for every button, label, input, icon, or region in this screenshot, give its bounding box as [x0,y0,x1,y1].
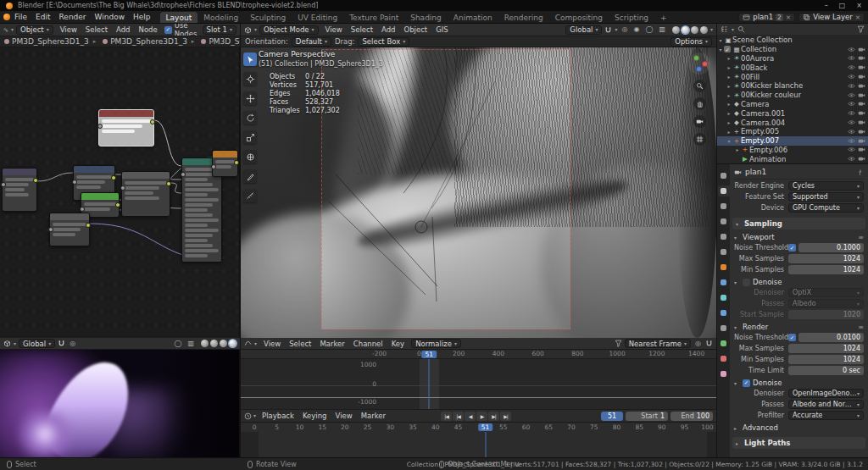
normalize-button[interactable]: Normalize▾ [411,339,461,348]
expand-arrow-icon[interactable]: ▸ [726,83,732,89]
outliner-row[interactable]: ▸ ✓ + Empty.005 [717,127,868,136]
disable-in-render-icon[interactable] [858,46,865,53]
graph-frame-ruler[interactable]: 51 -2000200400600800100012001400 [240,350,716,359]
preview-viewport-render[interactable] [0,350,240,457]
node-canvas[interactable] [0,47,240,338]
rendered-shading-icon[interactable] [229,340,236,347]
menu-item[interactable]: Marker [357,412,390,420]
expand-arrow-icon[interactable]: ▸ [726,101,732,107]
hide-in-viewport-icon[interactable] [848,64,855,71]
outliner-row[interactable]: ▸ ✓ + Empty.006 [717,146,868,155]
scene-selector[interactable]: plan1 2 × [738,13,795,22]
section-header-sampling[interactable]: ▾Sampling [732,218,865,229]
disable-in-render-icon[interactable] [858,119,865,126]
workspace-tab[interactable]: Animation [448,12,498,24]
expand-arrow-icon[interactable]: ▸ [726,129,732,135]
hide-in-viewport-icon[interactable] [848,46,855,53]
menu-item[interactable]: Select [347,25,377,34]
expand-arrow-icon[interactable]: ▾ [726,138,732,144]
expand-arrow-icon[interactable]: ▸ [726,92,732,98]
axis-x-dot[interactable] [702,61,708,67]
hide-in-viewport-icon[interactable] [848,91,855,99]
workspace-tab[interactable]: Texture Paint [343,12,404,24]
node-header[interactable] [3,169,36,175]
expand-arrow-icon[interactable]: ▸ [726,64,732,70]
breadcrumb-item[interactable]: PM3D_Sphere3D1_3 [4,37,89,46]
menu-item[interactable]: Playback [258,412,298,420]
section-header-denoise[interactable]: ▾Denoise [734,278,864,286]
drag-mode-dropdown[interactable]: Select Box▾ [358,37,409,47]
editor-type-icon[interactable] [244,26,252,34]
outliner-row[interactable]: ✓ ▶ Animation [717,154,868,163]
app-menu-icon[interactable] [3,14,10,20]
overlays-icon[interactable]: ◯ [172,340,183,347]
annotate-tool[interactable] [243,169,257,183]
shading-type-dropdown[interactable]: Object▾ [16,25,53,35]
tool-orientation-dropdown[interactable]: Default▾ [292,37,331,47]
jump-to-start-button[interactable]: |◀ [441,412,452,421]
camera-view-button[interactable] [693,115,706,128]
menu-item[interactable]: Edit [31,13,54,21]
snap-magnet-icon[interactable] [604,26,612,34]
property-dropdown[interactable]: OpenImageDenoise▾ [788,389,864,398]
unlink-view-layer-icon[interactable]: × [855,14,860,21]
property-dropdown[interactable]: Albedo▾ [788,299,864,308]
prev-keyframe-button[interactable]: |◀ [453,412,464,421]
shader-node[interactable] [212,150,238,177]
axis-y-dot[interactable] [693,55,699,61]
xray-icon[interactable]: ▥ [186,340,196,347]
expand-arrow-icon[interactable]: ▸ [726,55,732,61]
breadcrumb-item[interactable]: PM3D_Sphere3D1_3 [187,37,240,46]
workspace-tab[interactable]: Sculpting [244,12,292,24]
menu-item[interactable]: Render [55,13,91,21]
menu-item[interactable]: Key [387,340,409,348]
menu-item[interactable]: Node [135,25,162,34]
current-frame-field[interactable]: 51 [601,412,623,421]
expand-arrow-icon[interactable]: ▸ [726,110,732,116]
object-data-tab[interactable] [718,338,730,349]
workspace-tab[interactable]: Shading [404,12,448,24]
menu-item[interactable]: Object [399,25,431,34]
property-dropdown[interactable]: Cycles▾ [788,181,864,191]
menu-item[interactable]: GIS [431,25,453,34]
shader-node[interactable] [121,171,170,217]
pin-icon[interactable] [856,169,864,176]
workspace-tab[interactable]: UV Editing [292,12,343,24]
scene-users-count[interactable]: 2 [776,14,783,21]
property-dropdown[interactable]: Accurate▾ [788,411,864,420]
playhead-badge[interactable]: 51 [478,423,493,431]
proportional-editing-icon[interactable]: ◎ [620,26,630,33]
outliner-row[interactable]: ▾ ✓ + Empty.007 [717,136,868,146]
section-header-advanced[interactable]: ▸Advanced [734,423,864,432]
disable-in-render-icon[interactable] [858,73,865,80]
disable-in-render-icon[interactable] [858,109,865,117]
menu-item[interactable]: View [56,25,81,34]
view-layer-tab[interactable] [718,216,730,227]
snap-mode-dropdown[interactable]: Nearest Frame▾ [625,339,691,348]
hide-in-viewport-icon[interactable] [848,73,855,80]
gizmos-icon[interactable]: ◉ [632,26,641,33]
shader-node[interactable] [49,213,90,246]
menu-item[interactable]: Add [112,25,134,34]
physics-tab[interactable] [718,307,730,318]
outliner-row[interactable]: ▸ ✓ ☀ 00Kicker couleur [717,91,868,100]
node-header[interactable] [50,213,89,220]
workspace-tab[interactable]: Compositing [549,12,609,24]
menu-item[interactable]: View [259,340,285,348]
outliner-row[interactable]: ▸ ✓ ◆ Camera [717,100,868,109]
modifiers-tab[interactable] [718,277,730,288]
wireframe-shading-icon[interactable] [672,26,680,34]
hide-in-viewport-icon[interactable] [848,128,855,135]
menu-item[interactable]: Window [91,13,130,21]
playhead-badge[interactable]: 51 [422,351,437,358]
menu-item[interactable]: Keying [298,412,331,420]
solid-shading-icon[interactable] [682,26,689,34]
overlays-icon[interactable]: ◯ [643,26,654,33]
axis-z-dot[interactable] [696,66,702,72]
menu-item[interactable]: View [321,25,347,34]
timeline-track[interactable] [240,432,716,457]
filter-icon[interactable] [615,340,622,347]
section-header-render[interactable]: ▾Render≡ [734,323,864,331]
property-field[interactable]: 1020 [788,310,864,319]
expand-arrow-icon[interactable]: ▸ [734,147,741,152]
